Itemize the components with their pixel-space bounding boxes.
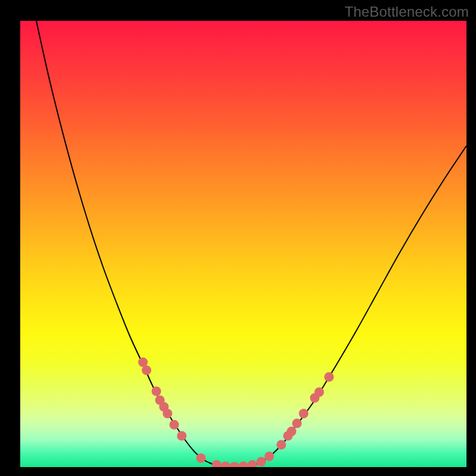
curve-marker bbox=[170, 420, 179, 430]
plot-area bbox=[20, 21, 466, 467]
curve-marker bbox=[314, 387, 324, 397]
curve-marker bbox=[287, 427, 296, 436]
curve-marker bbox=[277, 440, 286, 449]
watermark-text: TheBottleneck.com bbox=[345, 4, 469, 20]
curve-marker bbox=[248, 460, 257, 467]
curve-marker bbox=[212, 460, 221, 467]
curve-marker bbox=[162, 409, 172, 418]
curve-marker bbox=[230, 462, 239, 467]
curve-marker bbox=[142, 365, 151, 375]
curve-marker bbox=[264, 452, 274, 461]
chart-frame: TheBottleneck.com bbox=[0, 0, 476, 476]
curve-marker bbox=[239, 461, 248, 467]
bottleneck-curve bbox=[36, 21, 466, 466]
curve-markers bbox=[138, 358, 334, 467]
curve-marker bbox=[256, 457, 266, 466]
curve-marker bbox=[221, 461, 230, 467]
bottleneck-curve-path bbox=[36, 21, 466, 466]
curve-marker bbox=[196, 453, 206, 463]
curve-overlay bbox=[20, 21, 466, 467]
curve-marker bbox=[299, 409, 308, 418]
curve-marker bbox=[152, 386, 161, 396]
curve-marker bbox=[177, 431, 186, 440]
curve-marker bbox=[324, 372, 334, 381]
curve-marker bbox=[292, 418, 302, 428]
